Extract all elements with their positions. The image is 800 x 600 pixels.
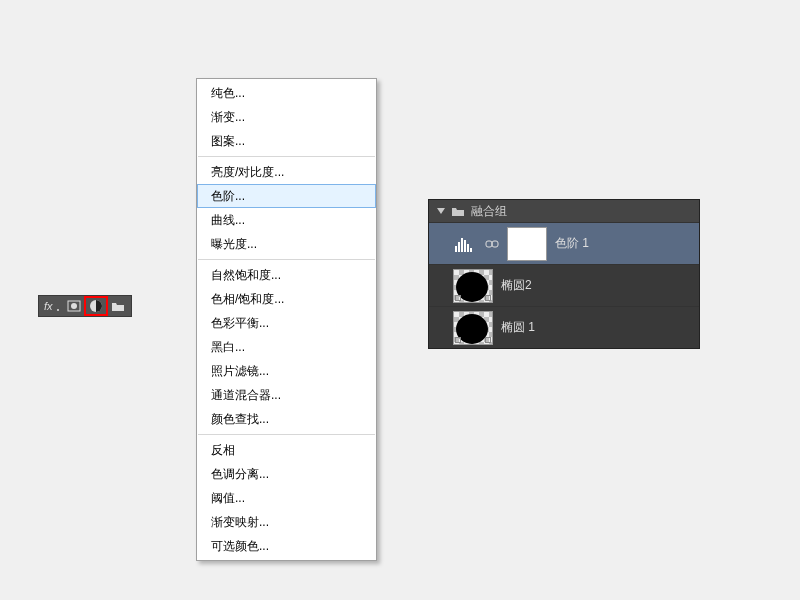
menu-item[interactable]: 黑白... xyxy=(197,335,376,359)
menu-item[interactable]: 反相 xyxy=(197,438,376,462)
folder-button[interactable] xyxy=(107,297,129,315)
menu-separator xyxy=(198,259,375,260)
menu-item[interactable]: 亮度/对比度... xyxy=(197,160,376,184)
svg-rect-12 xyxy=(492,241,498,247)
menu-separator xyxy=(198,434,375,435)
menu-item[interactable]: 颜色查找... xyxy=(197,407,376,431)
menu-item[interactable]: 自然饱和度... xyxy=(197,263,376,287)
svg-rect-9 xyxy=(467,244,469,252)
menu-item[interactable]: 色彩平衡... xyxy=(197,311,376,335)
layer-row[interactable]: 椭圆2 xyxy=(429,264,699,306)
layer-thumb xyxy=(453,311,493,345)
menu-item[interactable]: 照片滤镜... xyxy=(197,359,376,383)
svg-text:fx: fx xyxy=(44,300,53,312)
svg-rect-8 xyxy=(464,240,466,252)
svg-point-1 xyxy=(57,309,59,311)
layers-toolbar: fx xyxy=(38,295,132,317)
layer-row[interactable]: 椭圆 1 xyxy=(429,306,699,348)
menu-item[interactable]: 渐变映射... xyxy=(197,510,376,534)
chevron-down-icon xyxy=(437,208,445,214)
menu-item[interactable]: 渐变... xyxy=(197,105,376,129)
menu-item[interactable]: 色调分离... xyxy=(197,462,376,486)
levels-icon xyxy=(453,234,477,254)
svg-rect-5 xyxy=(455,246,457,252)
menu-item[interactable]: 通道混合器... xyxy=(197,383,376,407)
svg-rect-11 xyxy=(486,241,492,247)
layer-group-header[interactable]: 融合组 xyxy=(429,200,699,222)
svg-rect-10 xyxy=(470,248,472,252)
menu-item[interactable]: 曝光度... xyxy=(197,232,376,256)
layer-name: 椭圆2 xyxy=(501,277,532,294)
svg-rect-6 xyxy=(458,242,460,252)
adjustment-layer-button[interactable] xyxy=(85,297,107,315)
layer-name: 色阶 1 xyxy=(555,235,589,252)
menu-item[interactable]: 阈值... xyxy=(197,486,376,510)
svg-rect-7 xyxy=(461,238,463,252)
layer-row[interactable]: 色阶 1 xyxy=(429,222,699,264)
folder-icon xyxy=(451,205,465,217)
layer-name: 椭圆 1 xyxy=(501,319,535,336)
layer-thumb xyxy=(453,269,493,303)
menu-item[interactable]: 图案... xyxy=(197,129,376,153)
menu-item[interactable]: 纯色... xyxy=(197,81,376,105)
link-icon xyxy=(485,237,499,251)
adjustment-menu: 纯色...渐变...图案...亮度/对比度...色阶...曲线...曝光度...… xyxy=(196,78,377,561)
menu-item[interactable]: 色阶... xyxy=(197,184,376,208)
menu-item[interactable]: 曲线... xyxy=(197,208,376,232)
mask-button[interactable] xyxy=(63,297,85,315)
menu-separator xyxy=(198,156,375,157)
menu-item[interactable]: 可选颜色... xyxy=(197,534,376,558)
layer-mask-thumb xyxy=(507,227,547,261)
menu-item[interactable]: 色相/饱和度... xyxy=(197,287,376,311)
layers-panel: 融合组 色阶 1 椭圆2 椭圆 1 xyxy=(428,199,700,349)
fx-button[interactable]: fx xyxy=(41,297,63,315)
layer-group-name: 融合组 xyxy=(471,203,507,220)
svg-point-3 xyxy=(71,303,77,309)
